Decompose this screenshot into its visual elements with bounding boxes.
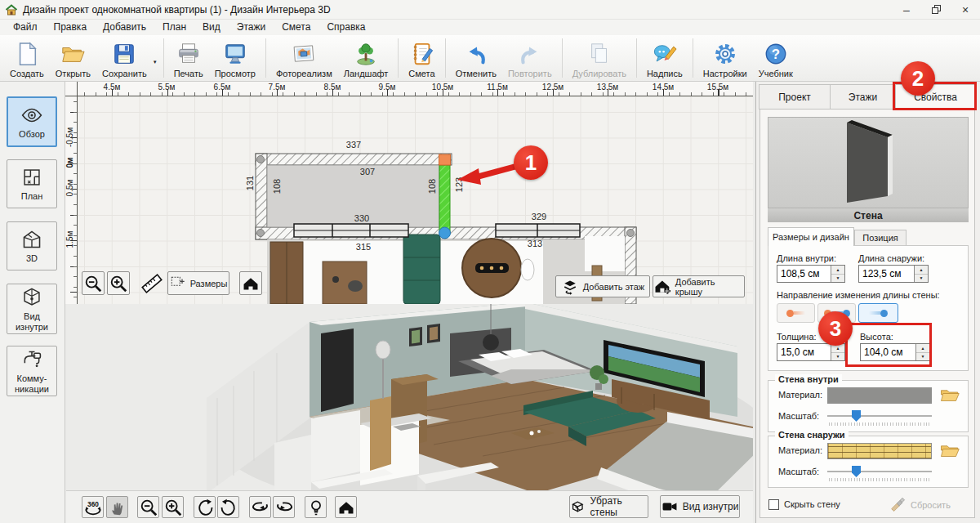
sofa[interactable]	[403, 235, 440, 304]
folder-icon	[940, 443, 960, 458]
add-floor-button[interactable]: Добавить этаж	[555, 275, 650, 297]
wall-joint[interactable]	[257, 156, 265, 163]
dimensions-toggle-button[interactable]: Размеры	[167, 271, 229, 295]
sidebar-item-plan[interactable]: План	[7, 159, 57, 208]
desk-chair[interactable]	[348, 280, 363, 292]
wall-handle-top[interactable]	[439, 154, 451, 165]
3d-view[interactable]	[66, 304, 753, 490]
open-button[interactable]: Открыть	[50, 36, 96, 80]
undo-button[interactable]: Отменить	[450, 36, 502, 80]
restore-button[interactable]	[921, 0, 951, 19]
tab-floors[interactable]: Этажи	[830, 84, 896, 110]
direction-start-button[interactable]	[777, 303, 815, 323]
selected-wall[interactable]	[439, 165, 450, 233]
outer-material-swatch[interactable]	[827, 443, 932, 459]
floor-plan-icon	[21, 166, 42, 189]
menu-estimate[interactable]: Смета	[274, 20, 318, 35]
menu-add[interactable]: Добавить	[95, 20, 154, 35]
subtab-sizes-design[interactable]: Размеры и дизайн	[768, 227, 854, 246]
remove-walls-button[interactable]: Убрать стены	[569, 495, 648, 518]
wall-joint[interactable]	[627, 230, 635, 237]
plan-home-button[interactable]	[239, 271, 262, 295]
inner-scale-slider[interactable]	[827, 409, 932, 427]
wall-preview-image	[768, 118, 968, 208]
measure-ruler-button[interactable]	[140, 271, 163, 295]
close-icon: ×	[962, 3, 969, 16]
properties-content: Стена Размеры и дизайн Позиция Длина вну…	[760, 109, 975, 518]
tutorial-button[interactable]: ? Учебник	[753, 36, 799, 80]
camera-icon	[662, 500, 678, 513]
wall-top[interactable]	[256, 154, 452, 165]
wall-inner-group: Стена внутри Материал: Масштаб:	[768, 380, 969, 432]
light-button[interactable]	[305, 496, 327, 518]
subtab-position[interactable]: Позиция	[854, 230, 906, 246]
length-inner-spinner[interactable]: ▲▼	[831, 266, 844, 282]
add-roof-button[interactable]: Добавить крышу	[653, 275, 745, 297]
balcony-room[interactable]	[267, 165, 439, 227]
sidebar-item-overview[interactable]: Обзор	[7, 96, 57, 147]
rotate-up-button[interactable]	[194, 496, 216, 518]
direction-end-button[interactable]	[858, 303, 898, 323]
ruler-label: 0.5м	[65, 173, 75, 203]
dim-bottom-inner: 330	[354, 213, 369, 223]
menu-plan[interactable]: План	[154, 20, 194, 35]
settings-button[interactable]: Настройки	[697, 36, 753, 80]
length-outer-label: Длина снаружи:	[858, 253, 924, 263]
pan-hand-button[interactable]	[106, 496, 128, 518]
save-button[interactable]: Сохранить	[96, 36, 153, 80]
menu-floors[interactable]: Этажи	[229, 20, 274, 35]
length-outer-field[interactable]: ▲▼	[858, 265, 929, 283]
thickness-field[interactable]: ▲▼	[777, 343, 845, 361]
length-outer-spinner[interactable]: ▲▼	[914, 266, 928, 282]
sidebar-item-3d[interactable]: 3D	[7, 221, 57, 270]
orbit-right-button[interactable]	[273, 496, 295, 518]
print-button[interactable]: Печать	[168, 36, 209, 80]
photorealism-button[interactable]: Фотореализм	[270, 36, 338, 80]
estimate-button[interactable]: Смета	[403, 36, 440, 80]
3d-zoom-out-button[interactable]	[137, 496, 159, 518]
length-outer-input[interactable]	[859, 266, 914, 282]
plan-zoom-in-button[interactable]	[107, 271, 130, 295]
3d-home-button[interactable]	[335, 496, 357, 518]
3d-zoom-in-button[interactable]	[162, 496, 184, 518]
inner-material-browse-button[interactable]	[938, 386, 961, 404]
plan-zoom-out-button[interactable]	[82, 271, 105, 295]
slider-handle[interactable]	[852, 466, 861, 477]
preview-button[interactable]: Просмотр	[209, 36, 261, 80]
view-inside-button[interactable]: Вид изнутри	[660, 495, 740, 518]
label-button[interactable]: Надпись	[641, 36, 688, 80]
annotation-badge-3: 3	[818, 311, 853, 346]
landscape-button[interactable]: Ландшафт	[338, 36, 394, 80]
tab-project[interactable]: Проект	[759, 84, 831, 110]
wall-handle-bottom[interactable]	[439, 227, 451, 239]
wall-joint[interactable]	[257, 230, 265, 237]
inner-material-swatch[interactable]	[827, 387, 932, 404]
menu-edit[interactable]: Правка	[46, 20, 96, 35]
sidebar-item-communications[interactable]: Комму- никации	[7, 346, 57, 396]
room-floor-patch	[585, 236, 625, 271]
floor-plan-canvas[interactable]: 337 307 131 108 108 123 330 315 329 313 …	[78, 96, 753, 304]
outer-scale-slider[interactable]	[827, 464, 932, 482]
menu-view[interactable]: Вид	[194, 20, 229, 35]
orbit-right-icon	[274, 498, 294, 517]
save-dropdown-arrow[interactable]: ▼	[153, 60, 158, 65]
thickness-input[interactable]	[777, 344, 831, 360]
menu-help[interactable]: Справка	[318, 20, 373, 35]
menu-file[interactable]: Файл	[5, 20, 46, 35]
rotate-360-button[interactable]: 360	[82, 496, 104, 518]
sidebar-item-inside-view[interactable]: Вид изнутри	[7, 284, 57, 334]
close-button[interactable]: ×	[951, 0, 980, 19]
wall-left[interactable]	[256, 154, 267, 239]
rotate-down-button[interactable]	[217, 496, 239, 518]
orbit-left-button[interactable]	[249, 496, 271, 518]
minimize-button[interactable]: –	[892, 0, 921, 19]
outer-material-browse-button[interactable]	[938, 441, 961, 459]
thickness-spinner[interactable]: ▲▼	[831, 344, 844, 360]
toolbar-separator	[398, 38, 399, 78]
new-button[interactable]: Создать	[4, 36, 50, 80]
chair[interactable]	[521, 259, 534, 280]
length-inner-input[interactable]	[777, 266, 831, 282]
length-inner-field[interactable]: ▲▼	[777, 265, 845, 283]
hide-wall-checkbox[interactable]	[768, 499, 779, 510]
slider-handle[interactable]	[852, 410, 861, 422]
